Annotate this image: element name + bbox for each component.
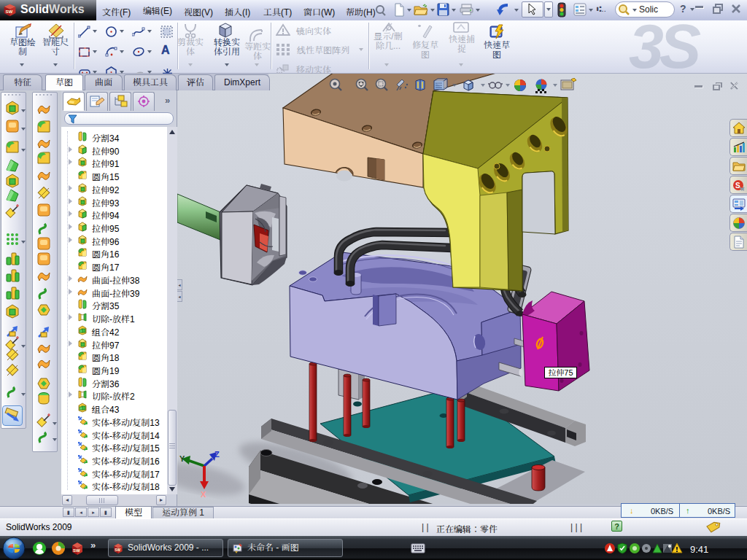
svg-text:SW: SW [5, 9, 12, 14]
svg-text:S: S [735, 182, 740, 190]
svg-text:X: X [201, 490, 206, 499]
svg-text:SW: SW [73, 548, 80, 553]
svg-text:Z: Z [214, 450, 220, 459]
svg-text:Y: Y [179, 454, 185, 463]
svg-text:SW: SW [115, 548, 120, 552]
